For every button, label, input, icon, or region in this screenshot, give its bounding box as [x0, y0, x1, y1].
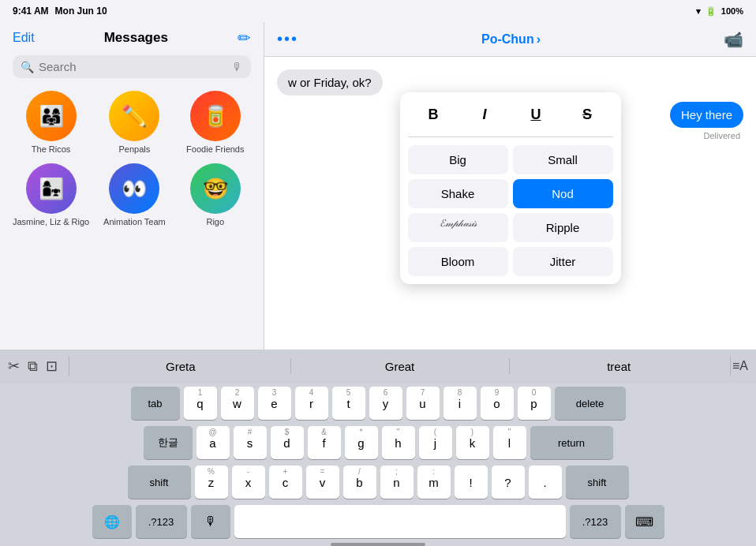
- key-k[interactable]: )k: [456, 426, 489, 459]
- avatar: 🤓: [190, 163, 241, 214]
- key-period[interactable]: .: [529, 466, 562, 499]
- search-bar[interactable]: 🔍 🎙: [13, 55, 251, 78]
- format-ripple-button[interactable]: Ripple: [513, 213, 613, 242]
- space-key[interactable]: [234, 505, 566, 538]
- key-x[interactable]: -x: [232, 466, 265, 499]
- format-shake-button[interactable]: Shake: [408, 179, 508, 208]
- key-num: 2: [221, 388, 254, 397]
- right-shift-key[interactable]: shift: [566, 466, 629, 499]
- key-m[interactable]: :m: [417, 466, 451, 499]
- numeric-key-left[interactable]: .?123: [136, 505, 187, 538]
- format-bloom-button[interactable]: Bloom: [408, 247, 508, 276]
- video-call-icon[interactable]: 📹: [724, 30, 743, 49]
- contact-item[interactable]: 👩‍👧 Jasmine, Liz & Rigo: [13, 163, 89, 226]
- key-l[interactable]: "l: [493, 426, 526, 459]
- contact-item[interactable]: ✏️ Penpals: [99, 91, 170, 154]
- edit-button[interactable]: Edit: [13, 31, 35, 45]
- back-dots[interactable]: •••: [277, 30, 298, 48]
- format-small-button[interactable]: Small: [513, 145, 613, 174]
- status-time: 9:41 AM: [13, 6, 49, 17]
- key-num: %: [195, 467, 228, 476]
- strikethrough-button[interactable]: S: [573, 100, 601, 129]
- sidebar-header: Edit Messages ✏: [0, 22, 264, 50]
- chat-contact-label: Po-Chun: [481, 32, 534, 47]
- key-g[interactable]: *g: [345, 426, 378, 459]
- underline-button[interactable]: U: [522, 100, 550, 129]
- avatar-emoji: 👩‍👧: [26, 163, 77, 214]
- key-f[interactable]: &f: [308, 426, 341, 459]
- format-emphasis-button[interactable]: ℰ𝓂𝓅𝒽𝒶𝓈𝒾𝓈: [408, 213, 508, 242]
- suggestion-1[interactable]: Greta: [71, 357, 290, 376]
- key-num: $: [271, 428, 304, 436]
- chat-contact-name[interactable]: Po-Chun ›: [481, 32, 541, 47]
- key-i[interactable]: 8i: [443, 387, 477, 420]
- format-a-icon[interactable]: ≡A: [732, 359, 748, 373]
- return-key[interactable]: return: [530, 426, 613, 459]
- key-num: #: [234, 428, 267, 436]
- delete-key[interactable]: delete: [555, 387, 626, 420]
- numeric-key-right[interactable]: .?123: [570, 505, 621, 538]
- copy-icon[interactable]: ⧉: [28, 358, 38, 375]
- left-shift-key[interactable]: shift: [128, 466, 191, 499]
- suggestion-3[interactable]: treat: [509, 357, 728, 376]
- key-u[interactable]: 7u: [406, 387, 440, 420]
- home-indicator: [331, 543, 425, 546]
- bold-button[interactable]: B: [419, 100, 447, 129]
- key-a[interactable]: @a: [196, 426, 230, 459]
- avatar-emoji: 👨‍👩‍👧: [26, 91, 77, 141]
- key-num: 9: [481, 388, 514, 397]
- key-q[interactable]: 1q: [184, 387, 217, 420]
- key-w[interactable]: 2w: [221, 387, 254, 420]
- key-num: 4: [295, 388, 328, 397]
- key-j[interactable]: (j: [419, 426, 452, 459]
- hide-keyboard-key[interactable]: ⌨: [625, 505, 664, 538]
- hangul-key[interactable]: 한글: [144, 426, 193, 459]
- key-b[interactable]: /b: [343, 466, 376, 499]
- format-grid: Big Small Shake Nod ℰ𝓂𝓅𝒽𝒶𝓈𝒾𝓈 Ripple Bloo…: [408, 145, 613, 276]
- format-big-button[interactable]: Big: [408, 145, 508, 174]
- key-num: (: [419, 428, 452, 436]
- key-r[interactable]: 4r: [295, 387, 328, 420]
- tab-key[interactable]: tab: [131, 387, 180, 420]
- key-v[interactable]: =v: [306, 466, 339, 499]
- key-row-4: 🌐 .?123 🎙 .?123 ⌨: [2, 505, 754, 538]
- key-t[interactable]: 5t: [332, 387, 365, 420]
- search-input[interactable]: [39, 60, 227, 73]
- key-o[interactable]: 9o: [481, 387, 514, 420]
- key-n[interactable]: ;n: [380, 466, 414, 499]
- key-num: ;: [380, 467, 414, 476]
- globe-key[interactable]: 🌐: [92, 505, 132, 538]
- chevron-icon: ›: [537, 32, 541, 47]
- compose-button[interactable]: ✏: [238, 28, 251, 47]
- keyboard-rows: tab 1q 2w 3e 4r 5t 6y 7u 8i 9o 0p delete…: [0, 383, 756, 542]
- paste-icon[interactable]: ⊡: [46, 357, 58, 375]
- italic-button[interactable]: I: [470, 100, 499, 129]
- microphone-key[interactable]: 🎙: [191, 505, 230, 538]
- key-num: 5: [332, 388, 365, 397]
- key-question[interactable]: ?: [492, 466, 525, 499]
- contact-item[interactable]: 👀 Animation Team: [99, 163, 170, 226]
- key-y[interactable]: 6y: [369, 387, 402, 420]
- key-exclaim[interactable]: !: [455, 466, 488, 499]
- key-s[interactable]: #s: [234, 426, 267, 459]
- avatar: 👨‍👩‍👧: [26, 91, 77, 141]
- key-d[interactable]: $d: [271, 426, 304, 459]
- format-jitter-button[interactable]: Jitter: [513, 247, 613, 276]
- key-z[interactable]: %z: [195, 466, 228, 499]
- search-icon: 🔍: [21, 61, 34, 73]
- status-left: 9:41 AM Mon Jun 10: [13, 6, 107, 17]
- key-num: +: [269, 467, 302, 476]
- key-c[interactable]: +c: [269, 466, 302, 499]
- contact-item[interactable]: 👨‍👩‍👧 The Ricos: [13, 91, 89, 154]
- contact-item[interactable]: 🥫 Foodie Friends: [180, 91, 251, 154]
- key-p[interactable]: 0p: [518, 387, 551, 420]
- key-h[interactable]: "h: [382, 426, 415, 459]
- contact-item[interactable]: 🤓 Rigo: [180, 163, 251, 226]
- chat-header: ••• Po-Chun › 📹: [264, 22, 756, 57]
- scissors-icon[interactable]: ✂: [8, 357, 20, 375]
- format-nod-button[interactable]: Nod: [513, 179, 613, 208]
- contact-name: Rigo: [206, 217, 224, 226]
- suggestion-2[interactable]: Great: [290, 357, 510, 376]
- key-e[interactable]: 3e: [258, 387, 291, 420]
- key-num: 0: [518, 388, 551, 397]
